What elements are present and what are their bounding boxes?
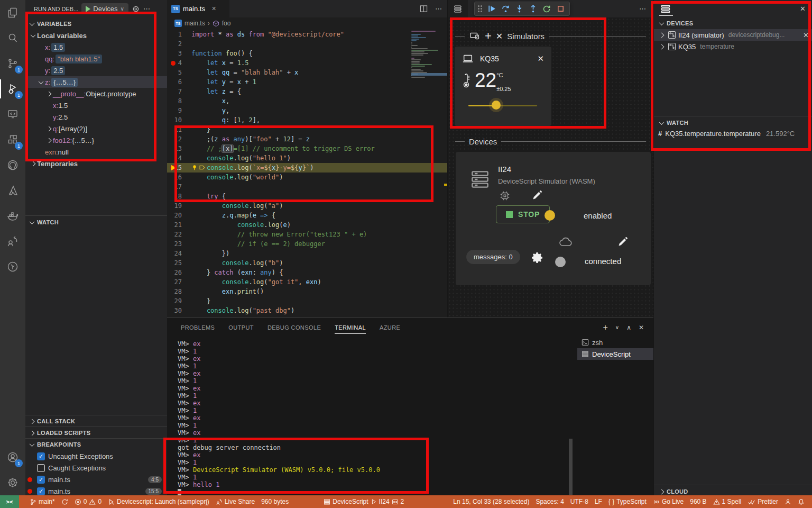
code-line[interactable]: 2 (167, 39, 447, 49)
code-line[interactable]: 18 try { (167, 192, 447, 201)
continue-button[interactable] (486, 3, 497, 15)
code-line[interactable]: 3function foo() { (167, 49, 447, 58)
checkbox-checked[interactable] (37, 476, 45, 484)
messages-badge[interactable]: messages: 0 (466, 250, 520, 264)
add-simulator-icon[interactable]: + (485, 29, 492, 43)
stop-button[interactable] (555, 3, 566, 15)
slider-knob[interactable] (492, 101, 501, 110)
clear-simulators-icon[interactable]: ✕ (496, 31, 503, 41)
launch-status-item[interactable]: Devicescript: Launch (sampleprj) (105, 495, 213, 508)
extensions-icon[interactable]: 1 (0, 127, 25, 152)
cloud-icon[interactable] (558, 235, 573, 248)
code-line[interactable]: 17 (167, 182, 447, 192)
settings-gear-icon[interactable] (0, 470, 25, 495)
terminal-list-item-devicescript[interactable]: DeviceScript (577, 348, 653, 360)
rp-watch-section-header[interactable]: WATCH (654, 117, 812, 129)
docker-icon[interactable] (0, 203, 25, 229)
new-terminal-icon[interactable]: + (603, 323, 607, 332)
variable-row[interactable]: z: {…5…} (25, 76, 167, 88)
panel-tab-output[interactable]: OUTPUT (228, 318, 254, 337)
lightbulb-icon[interactable] (191, 164, 198, 171)
terminal-output[interactable]: VM> exVM> 1VM> exVM> 1VM> exVM> 1VM> exV… (178, 340, 380, 495)
code-line[interactable]: 1import * as ds from "@devicescript/core… (167, 30, 447, 39)
chevron-collapsed-icon[interactable] (657, 42, 666, 51)
terminal-dropdown-icon[interactable]: ∨ (615, 324, 619, 330)
more-actions-icon[interactable]: ⋯ (143, 5, 150, 13)
code-line[interactable]: 8 x, (167, 96, 447, 106)
test-tree-icon[interactable] (0, 254, 25, 279)
code-line[interactable]: 20 z.q.map(e => { (167, 211, 447, 220)
code-line[interactable]: 30 console.log("past dbg") (167, 306, 447, 315)
code-line[interactable]: 23 // if (e == 2) debugger (167, 239, 447, 249)
group2-more-actions-icon[interactable]: ⋯ (639, 5, 653, 13)
device-settings-gear-icon[interactable] (531, 251, 544, 264)
devices-view-icon[interactable] (660, 4, 671, 14)
maximize-panel-icon[interactable]: ∧ (626, 324, 631, 331)
eol-item[interactable]: LF (592, 495, 605, 508)
code-line[interactable]: 10 q: [1, 2], (167, 115, 447, 125)
code-line[interactable]: 7 let z = { (167, 87, 447, 96)
run-debug-icon[interactable]: 1 (0, 76, 25, 102)
chevron-collapsed-icon[interactable] (44, 124, 53, 133)
search-icon[interactable] (0, 25, 25, 51)
explorer-icon[interactable] (0, 0, 25, 25)
edit-cloud-icon[interactable] (617, 237, 628, 247)
variable-row[interactable]: x: 1.5 (25, 99, 167, 111)
sync-icon[interactable] (58, 495, 71, 508)
code-line[interactable]: 28 exn.print() (167, 287, 447, 296)
code-line[interactable]: 25 console.log("b") (167, 258, 447, 268)
chevron-expanded-icon[interactable] (36, 78, 45, 86)
variable-row[interactable]: qq: "blah blah1.5" (25, 53, 167, 65)
disconnect-icon[interactable]: ✕ (803, 31, 809, 39)
breadcrumb-symbol[interactable]: foo (222, 20, 231, 27)
breakpoints-section-header[interactable]: BREAKPOINTS (25, 439, 167, 450)
code-area[interactable]: 1import * as ds from "@devicescript/core… (167, 30, 447, 315)
chevron-expanded-icon[interactable] (29, 31, 37, 40)
tab-main-ts[interactable]: TS main.ts ✕ (167, 0, 229, 17)
checkbox-checked[interactable] (37, 452, 45, 460)
chevron-collapsed-icon[interactable] (29, 159, 37, 168)
github-icon[interactable] (0, 152, 25, 178)
variable-row[interactable]: q: [Array(2)] (25, 123, 167, 134)
bytes-item[interactable]: 960 bytes (258, 495, 292, 508)
split-editor-icon[interactable] (420, 5, 428, 13)
step-over-button[interactable] (500, 3, 511, 15)
callstack-section-header[interactable]: CALL STACK (25, 415, 167, 427)
code-line[interactable]: 4 let x = 1.5 (167, 58, 447, 68)
variables-section-header[interactable]: VARIABLES (25, 18, 167, 30)
breakpoint-row[interactable]: main.ts15:5 (25, 485, 167, 495)
size-item[interactable]: 960 B (687, 495, 709, 508)
variable-row[interactable]: x: 1.5 (25, 41, 167, 53)
breakpoint-icon[interactable] (170, 58, 177, 68)
indentation-item[interactable]: Spaces: 4 (532, 495, 567, 508)
checkbox-unchecked[interactable] (37, 464, 45, 472)
device-tree-row[interactable]: II24 (simulator)devicescriptdebug...✕ (654, 29, 812, 41)
loaded-scripts-section-header[interactable]: LOADED SCRIPTS (25, 427, 167, 439)
variable-row[interactable]: exn: null (25, 146, 167, 158)
golive-item[interactable]: Go Live (650, 495, 687, 508)
device-pair-icon[interactable] (469, 30, 481, 42)
code-line[interactable]: 5 let qq = "blah blah" + x (167, 68, 447, 77)
debug-gear-icon[interactable] (132, 5, 140, 13)
checkbox-checked[interactable] (37, 487, 45, 495)
azure-icon[interactable] (0, 178, 25, 203)
watch-expression-row[interactable]: # KQ35.temperature.temperature 21.592°C (654, 128, 812, 139)
language-item[interactable]: { } TypeScript (605, 495, 650, 508)
code-line[interactable]: 22 // throw new Error("test123 " + e) (167, 230, 447, 239)
terminal-scrollbar[interactable] (569, 439, 573, 495)
code-line[interactable]: 16 console.log("world") (167, 173, 447, 182)
remote-indicator[interactable]: >< (0, 495, 19, 508)
code-line[interactable]: 6 let y = x + 1 (167, 77, 447, 87)
panel-close-icon[interactable]: ✕ (800, 5, 806, 13)
live-share-icon[interactable] (0, 229, 25, 254)
start-debug-icon[interactable] (86, 6, 90, 12)
breadcrumb[interactable]: TS main.ts › foo (167, 17, 447, 29)
liveshare-item[interactable]: Live Share (213, 495, 258, 508)
code-line[interactable]: 29 } (167, 296, 447, 306)
code-line[interactable]: 9 y, (167, 106, 447, 115)
remote-explorer-icon[interactable] (0, 102, 25, 127)
encoding-item[interactable]: UTF-8 (567, 495, 592, 508)
close-panel-icon[interactable]: ✕ (639, 324, 644, 331)
branch-item[interactable]: main* (26, 495, 58, 508)
tab-devicescript-simulators[interactable] (448, 0, 468, 17)
